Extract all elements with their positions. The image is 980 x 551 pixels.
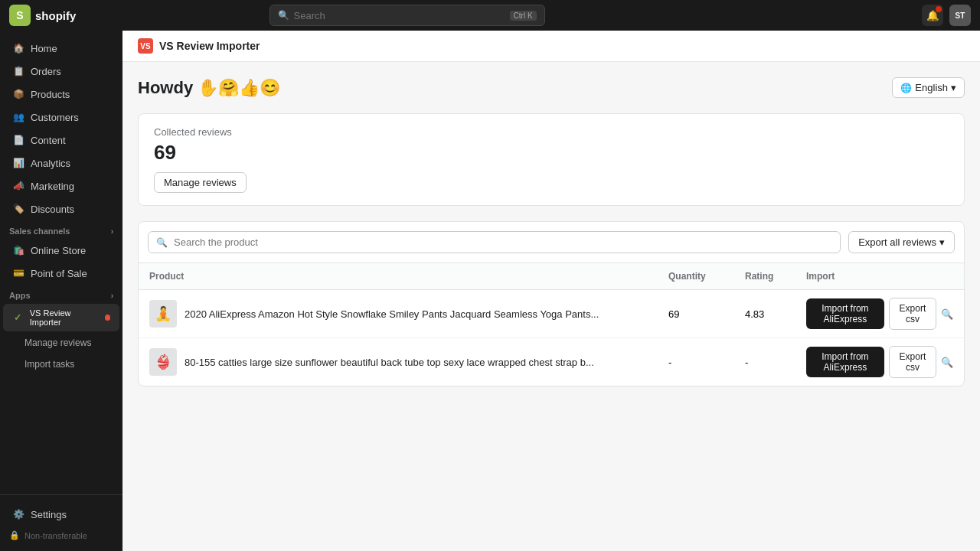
sidebar-item-products[interactable]: 📦 Products — [3, 83, 119, 105]
product-search-wrap[interactable]: 🔍 — [148, 231, 841, 253]
product-search-row-icon-1[interactable]: 🔍 — [941, 308, 953, 320]
point-of-sale-icon: 💳 — [12, 267, 24, 279]
app-logo: VS — [138, 38, 153, 54]
sidebar-item-home[interactable]: 🏠 Home — [3, 37, 119, 59]
sidebar-item-content[interactable]: 📄 Content — [3, 129, 119, 151]
apps-label: Apps — [9, 291, 31, 300]
product-thumb-1: 🧘 — [149, 300, 177, 328]
content-icon: 📄 — [12, 134, 24, 146]
shopify-logo-text: shopify — [35, 9, 76, 22]
page-content: Howdy ✋🤗👍😊 🌐 English ▾ Collected reviews… — [122, 62, 980, 402]
products-icon: 📦 — [12, 88, 24, 100]
analytics-icon: 📊 — [12, 157, 24, 169]
sidebar-item-marketing[interactable]: 📣 Marketing — [3, 175, 119, 197]
orders-icon: 📋 — [12, 65, 24, 77]
non-transferable-text: Non-transferable — [24, 531, 87, 540]
search-product-icon: 🔍 — [156, 237, 168, 248]
sidebar-item-vs-review-importer[interactable]: ✓ VS Review Importer — [3, 304, 119, 331]
rating-cell-2: - — [734, 338, 795, 386]
product-table-container: 🔍 Export all reviews ▾ Product Quantity … — [138, 221, 965, 386]
shopify-bag-icon: S — [9, 5, 31, 26]
search-bar[interactable]: 🔍 Ctrl K — [270, 5, 545, 26]
action-cell-2: Import from AliExpress Export csv 🔍 — [795, 338, 964, 386]
quantity-cell-1: 69 — [658, 290, 734, 338]
sidebar-item-discounts[interactable]: 🏷️ Discounts — [3, 198, 119, 220]
sidebar-label-analytics: Analytics — [31, 158, 70, 169]
export-csv-button-1[interactable]: Export csv — [889, 298, 936, 330]
sidebar-label-home: Home — [31, 43, 57, 54]
sidebar-label-products: Products — [31, 89, 70, 100]
product-search-row-icon-2[interactable]: 🔍 — [941, 356, 953, 368]
sidebar-label-settings: Settings — [31, 509, 67, 520]
vs-importer-notification-dot — [105, 315, 110, 321]
export-all-reviews-button[interactable]: Export all reviews ▾ — [848, 231, 955, 253]
table-row: 👙 80-155 catties large size sunflower be… — [139, 338, 964, 386]
product-name-1: 2020 AliExpress Amazon Hot Style Snowfla… — [185, 308, 599, 320]
export-csv-button-2[interactable]: Export csv — [889, 346, 936, 378]
chevron-right-icon: › — [111, 227, 113, 236]
export-all-label: Export all reviews — [858, 236, 936, 248]
sales-channels-label: Sales channels — [9, 227, 70, 236]
apps-header[interactable]: Apps › — [0, 285, 122, 303]
col-quantity: Quantity — [658, 263, 734, 290]
shopify-logo[interactable]: S shopify — [9, 5, 76, 26]
sidebar: 🏠 Home 📋 Orders 📦 Products 👥 Customers 📄… — [0, 31, 122, 551]
chevron-down-icon: ▾ — [951, 82, 956, 93]
app-header-title: VS Review Importer — [159, 40, 260, 52]
sidebar-label-point-of-sale: Point of Sale — [31, 268, 87, 279]
product-image-1: 🧘 — [155, 305, 172, 322]
search-icon: 🔍 — [278, 10, 289, 21]
product-search-input[interactable] — [174, 236, 832, 248]
table-row: 🧘 2020 AliExpress Amazon Hot Style Snowf… — [139, 290, 964, 338]
online-store-icon: 🛍️ — [12, 244, 24, 256]
manage-reviews-button[interactable]: Manage reviews — [154, 172, 247, 193]
sidebar-label-content: Content — [31, 135, 66, 146]
chevron-down-icon-export: ▾ — [939, 236, 945, 248]
app-header: VS VS Review Importer — [122, 31, 980, 62]
product-name-2: 80-155 catties large size sunflower beau… — [185, 357, 594, 368]
sales-channels-header[interactable]: Sales channels › — [0, 220, 122, 239]
table-toolbar: 🔍 Export all reviews ▾ — [139, 222, 964, 263]
checkmark-icon: ✓ — [12, 311, 24, 324]
search-input[interactable] — [294, 10, 505, 21]
sidebar-item-settings[interactable]: ⚙️ Settings — [3, 504, 119, 525]
sidebar-item-customers[interactable]: 👥 Customers — [3, 106, 119, 128]
page-title-emoji: ✋🤗👍😊 — [198, 78, 280, 98]
marketing-icon: 📣 — [12, 180, 24, 192]
sidebar-label-discounts: Discounts — [31, 204, 74, 215]
sidebar-item-point-of-sale[interactable]: 💳 Point of Sale — [3, 262, 119, 284]
sidebar-item-manage-reviews[interactable]: Manage reviews — [3, 333, 119, 353]
avatar[interactable]: ST — [949, 5, 971, 26]
product-table: Product Quantity Rating Import — [139, 263, 964, 386]
product-image-2: 👙 — [155, 354, 172, 370]
layout: 🏠 Home 📋 Orders 📦 Products 👥 Customers 📄… — [0, 31, 980, 551]
settings-icon: ⚙️ — [12, 508, 24, 520]
sidebar-item-orders[interactable]: 📋 Orders — [3, 60, 119, 82]
quantity-cell-2: - — [658, 338, 734, 386]
sidebar-label-vs-review-importer: VS Review Importer — [30, 308, 99, 327]
import-aliexpress-button-1[interactable]: Import from AliExpress — [806, 298, 884, 329]
rating-cell-1: 4.83 — [734, 290, 795, 338]
col-product: Product — [139, 263, 658, 290]
language-label: English — [915, 82, 948, 93]
stats-label: Collected reviews — [154, 126, 949, 138]
action-cell-1: Import from AliExpress Export csv 🔍 — [795, 290, 964, 338]
notification-button[interactable]: 🔔 — [922, 5, 943, 26]
language-button[interactable]: 🌐 English ▾ — [892, 77, 965, 98]
sidebar-item-analytics[interactable]: 📊 Analytics — [3, 152, 119, 174]
non-transferable-notice: 🔒 Non-transferable — [0, 526, 122, 545]
sidebar-item-online-store[interactable]: 🛍️ Online Store — [3, 240, 119, 261]
customers-icon: 👥 — [12, 111, 24, 123]
notification-badge — [936, 6, 942, 12]
sidebar-label-orders: Orders — [31, 66, 61, 77]
discounts-icon: 🏷️ — [12, 203, 24, 215]
sidebar-item-import-tasks[interactable]: Import tasks — [3, 354, 119, 374]
sidebar-label-import-tasks: Import tasks — [24, 359, 74, 370]
product-cell-1: 🧘 2020 AliExpress Amazon Hot Style Snowf… — [139, 290, 658, 338]
topbar: S shopify 🔍 Ctrl K 🔔 ST — [0, 0, 980, 31]
import-aliexpress-button-2[interactable]: Import from AliExpress — [806, 347, 884, 377]
col-rating: Rating — [734, 263, 795, 290]
page-title: Howdy ✋🤗👍😊 — [138, 78, 280, 98]
topbar-right: 🔔 ST — [922, 5, 971, 26]
sidebar-label-online-store: Online Store — [31, 245, 86, 256]
